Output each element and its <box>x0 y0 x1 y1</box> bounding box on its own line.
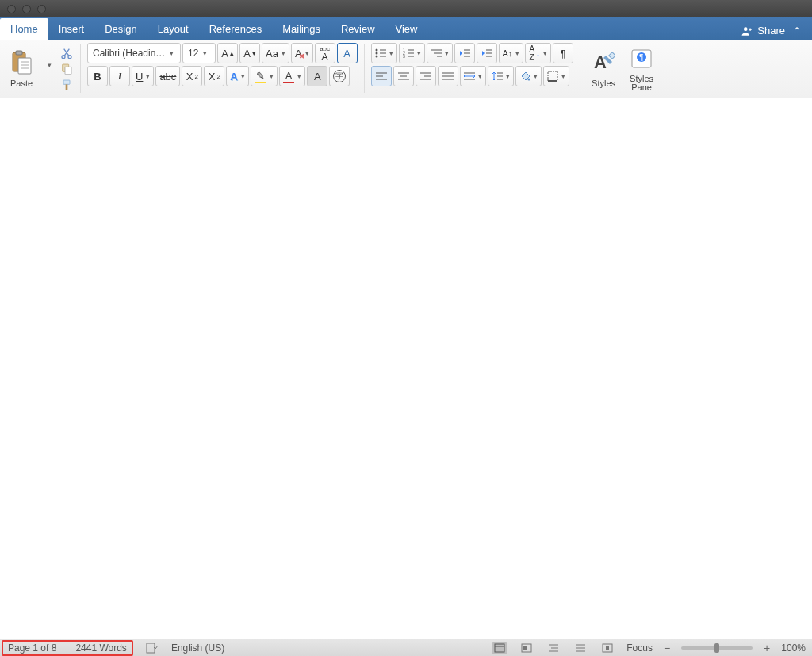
strikethrough-button[interactable]: abc <box>155 66 180 86</box>
align-right-icon <box>420 71 431 81</box>
tab-review[interactable]: Review <box>331 18 385 40</box>
bullets-button[interactable] <box>371 43 397 63</box>
align-left-icon <box>376 71 387 81</box>
outdent-icon <box>459 48 470 58</box>
paste-button[interactable]: Paste <box>5 43 38 94</box>
svg-rect-3 <box>18 58 31 74</box>
word-count[interactable]: 2441 Words <box>75 643 126 654</box>
paste-dropdown[interactable] <box>43 43 55 87</box>
italic-button[interactable]: I <box>109 66 130 86</box>
tab-insert[interactable]: Insert <box>48 18 95 40</box>
line-spacing-button[interactable] <box>488 66 514 86</box>
superscript-button[interactable]: X2 <box>204 66 224 86</box>
svg-rect-63 <box>523 646 527 650</box>
shading-button[interactable] <box>515 66 542 86</box>
zoom-out-button[interactable]: − <box>664 642 670 654</box>
increase-indent-button[interactable] <box>477 43 497 63</box>
character-shading-button[interactable]: A <box>307 66 327 86</box>
phonetic-guide-button[interactable]: abcA <box>315 43 335 63</box>
align-left-button[interactable] <box>371 66 392 86</box>
justify-icon <box>442 71 454 81</box>
outline-view-icon[interactable] <box>546 642 561 654</box>
text-direction-button[interactable]: A↕ <box>499 43 524 63</box>
font-name-combo[interactable]: Calibri (Headin… ▾ <box>87 43 181 63</box>
spellcheck-icon[interactable] <box>144 642 160 654</box>
enclose-characters-button[interactable]: 字 <box>329 66 350 86</box>
web-layout-view-icon[interactable] <box>519 642 534 654</box>
indent-icon <box>481 48 492 58</box>
language-indicator[interactable]: English (US) <box>171 643 224 654</box>
text-effects-button[interactable]: A <box>226 66 248 86</box>
tab-mailings[interactable]: Mailings <box>272 18 331 40</box>
font-color-button[interactable]: A <box>279 66 306 86</box>
svg-point-15 <box>375 52 377 55</box>
zoom-in-button[interactable]: + <box>764 642 770 654</box>
print-layout-view-icon[interactable] <box>492 642 508 654</box>
svg-text:3: 3 <box>403 54 405 58</box>
paste-label: Paste <box>10 79 33 88</box>
share-button[interactable]: Share ⌃ <box>741 25 812 40</box>
draft-view-icon[interactable] <box>573 642 588 654</box>
align-right-button[interactable] <box>416 66 436 86</box>
shrink-font-button[interactable]: A▾ <box>239 43 260 63</box>
tab-view[interactable]: View <box>385 18 428 40</box>
copy-icon[interactable] <box>59 63 74 75</box>
align-center-icon <box>398 71 409 81</box>
svg-point-0 <box>744 27 748 31</box>
document-canvas[interactable] <box>0 98 812 639</box>
highlight-button[interactable]: ✎ <box>251 66 278 86</box>
borders-icon <box>547 71 558 82</box>
font-size-combo[interactable]: 12 ▾ <box>182 43 216 63</box>
collapse-ribbon-icon[interactable]: ⌃ <box>790 25 804 36</box>
change-case-button[interactable]: Aa <box>262 43 289 63</box>
traffic-light-zoom[interactable] <box>37 5 46 13</box>
tab-home[interactable]: Home <box>0 18 48 40</box>
bold-button[interactable]: B <box>87 66 108 86</box>
styles-button[interactable]: A Styles <box>587 43 620 94</box>
status-bar: Page 1 of 8 2441 Words English (US) Focu… <box>0 639 812 656</box>
zoom-slider[interactable] <box>681 646 753 650</box>
align-center-button[interactable] <box>393 66 414 86</box>
focus-mode-icon[interactable] <box>599 642 615 654</box>
format-painter-icon[interactable] <box>59 79 74 91</box>
line-spacing-icon <box>492 71 503 81</box>
focus-label[interactable]: Focus <box>626 643 653 654</box>
svg-point-7 <box>62 55 65 58</box>
borders-button[interactable] <box>543 66 569 86</box>
tab-layout[interactable]: Layout <box>147 18 199 40</box>
bullets-icon <box>375 48 386 58</box>
svg-point-13 <box>375 49 377 52</box>
show-paragraph-marks-button[interactable]: ¶ <box>553 43 573 63</box>
character-border-button[interactable]: A <box>337 43 358 63</box>
clear-formatting-button[interactable]: A✖ <box>291 43 313 63</box>
svg-text:A: A <box>594 52 607 72</box>
tab-references[interactable]: References <box>199 18 272 40</box>
svg-point-8 <box>68 55 71 58</box>
ribbon-tabs: Home Insert Design Layout References Mai… <box>0 17 812 40</box>
page-indicator[interactable]: Page 1 of 8 <box>8 643 56 654</box>
multilevel-list-button[interactable] <box>427 43 453 63</box>
styles-pane-icon: ¶ <box>630 47 653 71</box>
styles-pane-button[interactable]: ¶ Styles Pane <box>625 43 658 94</box>
traffic-light-minimize[interactable] <box>22 5 31 13</box>
numbering-button[interactable]: 123 <box>399 43 425 63</box>
distributed-button[interactable] <box>460 66 486 86</box>
justify-button[interactable] <box>438 66 458 86</box>
svg-rect-2 <box>16 51 22 55</box>
zoom-level[interactable]: 100% <box>781 643 806 654</box>
traffic-light-close[interactable] <box>7 5 16 13</box>
svg-rect-11 <box>63 80 70 84</box>
grow-font-button[interactable]: A▴ <box>217 43 238 63</box>
svg-rect-59 <box>147 643 155 653</box>
svg-text:¶: ¶ <box>639 53 643 62</box>
underline-button[interactable]: U <box>132 66 154 86</box>
tab-design[interactable]: Design <box>94 18 147 40</box>
font-name-value: Calibri (Headin… <box>93 48 165 59</box>
svg-rect-10 <box>65 67 71 74</box>
svg-rect-12 <box>66 84 68 90</box>
sort-button[interactable]: AZ↓ <box>525 43 551 63</box>
subscript-button[interactable]: X2 <box>182 66 202 86</box>
decrease-indent-button[interactable] <box>454 43 475 63</box>
cut-icon[interactable] <box>59 47 74 59</box>
ribbon: Paste Calibri (Headin… ▾ 12 ▾ A▴ A▾ Aa A… <box>0 40 812 98</box>
